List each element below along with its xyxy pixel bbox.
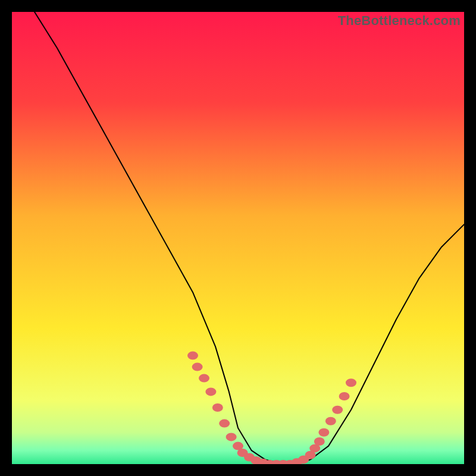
chart-frame: TheBottleneck.com	[12, 12, 464, 464]
data-marker	[199, 374, 209, 383]
watermark-text: TheBottleneck.com	[338, 13, 461, 29]
data-marker	[205, 387, 216, 396]
data-marker	[325, 417, 336, 425]
data-marker	[318, 428, 329, 437]
data-marker	[226, 433, 237, 441]
chart-background	[12, 12, 464, 464]
data-marker	[346, 378, 356, 387]
chart-svg	[12, 12, 464, 464]
data-marker	[212, 403, 223, 412]
data-marker	[339, 392, 350, 400]
data-marker	[298, 455, 309, 464]
data-marker	[219, 419, 230, 428]
data-marker	[332, 406, 343, 414]
data-marker	[187, 352, 198, 360]
data-marker	[314, 437, 325, 446]
data-marker	[192, 363, 203, 371]
